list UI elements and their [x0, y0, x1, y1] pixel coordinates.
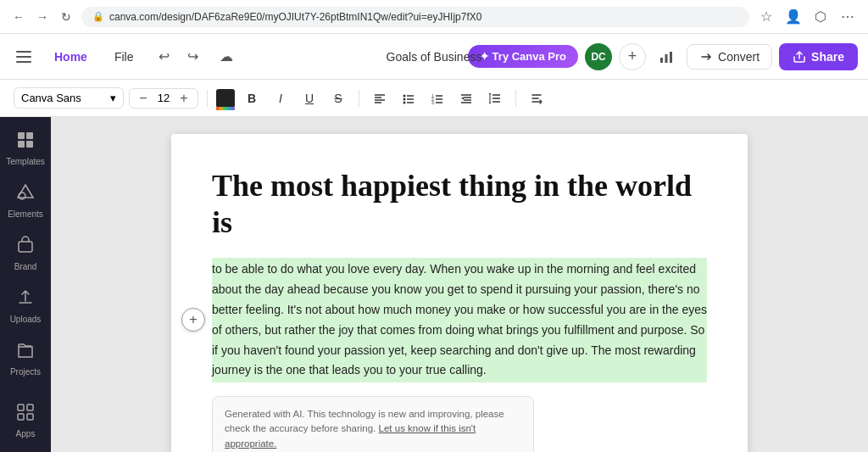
align-left-btn[interactable] [368, 86, 392, 110]
more-format-btn[interactable] [525, 86, 548, 110]
numbered-list-btn[interactable]: 1.2.3. [426, 86, 449, 110]
font-family-selector[interactable]: Canva Sans ▾ [14, 87, 124, 109]
svg-rect-32 [19, 242, 32, 252]
line-spacing-btn[interactable] [483, 86, 507, 110]
hamburger-line-3 [16, 61, 31, 63]
font-size-value: 12 [155, 92, 172, 104]
uploads-icon [16, 288, 35, 311]
templates-label: Templates [6, 157, 45, 166]
share-btn[interactable]: Share [779, 43, 858, 70]
hamburger-line-1 [16, 51, 31, 53]
analytics-btn[interactable] [653, 43, 680, 70]
browser-actions: ☆ 👤 ⬡ ⋯ [756, 7, 858, 27]
sidebar-item-projects[interactable]: Projects [3, 334, 47, 383]
svg-rect-29 [26, 141, 33, 148]
undo-redo-group: ↩ ↪ [150, 43, 206, 70]
profile-btn[interactable]: 👤 [783, 7, 804, 27]
svg-text:3.: 3. [431, 100, 435, 105]
user-avatar: DC [585, 43, 612, 70]
svg-point-9 [403, 98, 406, 100]
browser-chrome: ← → ↻ 🔒 canva.com/design/DAF6zaRe9E0/myO… [0, 0, 868, 34]
elements-label: Elements [8, 209, 43, 219]
address-bar[interactable]: 🔒 canva.com/design/DAF6zaRe9E0/myOJIUt7Y… [81, 7, 749, 27]
toolbar-divider-2 [359, 90, 359, 107]
font-size-controls: − 12 + [129, 88, 198, 109]
projects-label: Projects [10, 367, 41, 377]
svg-rect-1 [665, 54, 668, 63]
header-right: ✦ Try Canva Pro DC + Convert Share [468, 43, 858, 70]
elements-icon [16, 183, 35, 206]
canvas-page: The most happiest thing in the world is … [171, 134, 748, 452]
formatting-toolbar: Canva Sans ▾ − 12 + B I U S 1.2.3. [0, 80, 868, 117]
add-account-btn[interactable]: + [619, 43, 646, 70]
sidebar-item-elements[interactable]: Elements [3, 176, 47, 226]
cloud-save-btn[interactable]: ☁ [213, 43, 240, 70]
sidebar-item-uploads[interactable]: Uploads [3, 282, 47, 331]
sidebar-item-brand[interactable]: Brand [3, 229, 47, 278]
svg-rect-28 [18, 141, 25, 148]
sidebar-item-templates[interactable]: Templates [3, 124, 47, 173]
convert-btn[interactable]: Convert [687, 44, 772, 70]
templates-icon [16, 131, 35, 153]
toolbar-divider-3 [515, 90, 516, 107]
bold-btn[interactable]: B [240, 86, 264, 110]
svg-rect-36 [27, 414, 33, 420]
file-btn[interactable]: File [104, 45, 144, 69]
indent-btn[interactable] [454, 86, 478, 110]
more-btn[interactable]: ⋯ [837, 7, 858, 27]
apps-icon [16, 403, 35, 426]
toolbar-divider-1 [207, 90, 208, 107]
try-pro-btn[interactable]: ✦ Try Canva Pro [468, 45, 578, 68]
extensions-btn[interactable]: ⬡ [810, 7, 831, 27]
apps-label: Apps [16, 429, 36, 438]
chevron-down-icon: ▾ [110, 92, 116, 104]
document-title: Goals of Business [387, 50, 482, 64]
brand-icon [16, 236, 35, 259]
browser-forward-btn[interactable]: → [34, 8, 51, 25]
browser-refresh-btn[interactable]: ↻ [58, 8, 75, 25]
bullet-list-btn[interactable] [397, 86, 420, 110]
star-btn[interactable]: ☆ [756, 7, 776, 27]
add-content-btn[interactable]: + [181, 308, 205, 332]
svg-rect-2 [670, 52, 672, 63]
hamburger-line-2 [16, 56, 31, 58]
url-text: canva.com/design/DAF6zaRe9E0/myOJIUt7Y-2… [109, 11, 481, 23]
decrease-font-btn[interactable]: − [135, 91, 152, 106]
underline-btn[interactable]: U [298, 86, 321, 110]
svg-rect-0 [660, 58, 663, 63]
text-color-swatch[interactable] [216, 89, 235, 108]
redo-btn[interactable]: ↪ [179, 43, 206, 70]
body-text-wrapper: to be able to do what you love every day… [212, 258, 707, 382]
ai-notice: Generated with AI. This technology is ne… [212, 396, 534, 452]
svg-point-7 [403, 94, 406, 97]
svg-rect-35 [18, 414, 24, 420]
sidebar: Templates Elements Brand Uploads Project… [0, 117, 51, 452]
home-btn[interactable]: Home [44, 45, 97, 69]
projects-icon [16, 341, 35, 364]
increase-font-btn[interactable]: + [175, 91, 192, 106]
svg-rect-27 [26, 132, 33, 139]
svg-point-11 [403, 101, 406, 103]
uploads-label: Uploads [10, 315, 42, 324]
app-header: Home File ↩ ↪ ☁ Goals of Business ✦ Try … [0, 34, 868, 80]
svg-rect-26 [18, 132, 25, 139]
italic-btn[interactable]: I [269, 86, 292, 110]
canvas-area: The most happiest thing in the world is … [51, 117, 868, 452]
svg-rect-34 [27, 405, 33, 410]
svg-rect-33 [18, 405, 24, 410]
main-layout: Templates Elements Brand Uploads Project… [0, 117, 868, 452]
brand-label: Brand [14, 262, 37, 271]
browser-back-btn[interactable]: ← [10, 8, 27, 25]
page-body-text[interactable]: to be able to do what you love every day… [212, 258, 707, 382]
sidebar-item-apps[interactable]: Apps [3, 396, 47, 445]
hamburger-btn[interactable] [10, 43, 37, 70]
page-title-text[interactable]: The most happiest thing in the world is [212, 168, 707, 241]
strikethrough-btn[interactable]: S [326, 86, 350, 110]
lock-icon: 🔒 [92, 11, 104, 22]
undo-btn[interactable]: ↩ [150, 43, 177, 70]
